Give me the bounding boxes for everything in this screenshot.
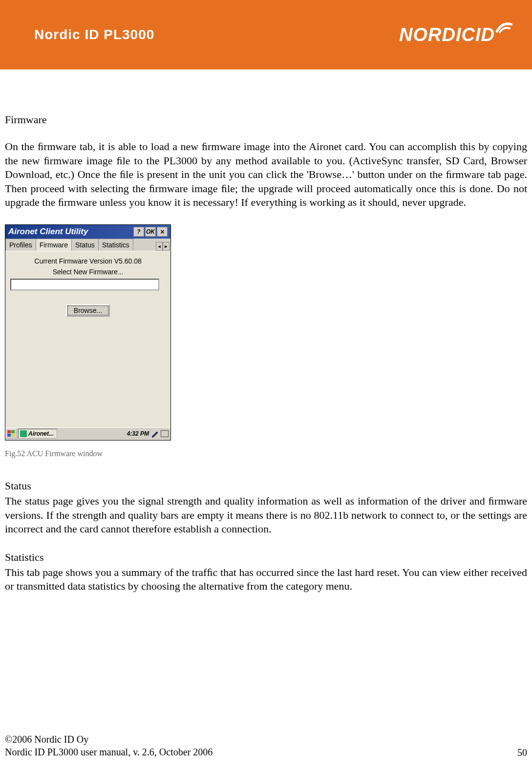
tab-statistics[interactable]: Statistics [98, 239, 133, 251]
ok-button[interactable]: OK [145, 227, 156, 237]
footer-manual: Nordic ID PL3000 user manual, v. 2.6, Oc… [5, 746, 213, 758]
tab-status[interactable]: Status [71, 239, 99, 251]
window-title: Aironet Client Utility [8, 227, 88, 237]
select-firmware-label: Select New Firmware... [10, 268, 166, 276]
start-button[interactable] [5, 428, 17, 439]
browse-button[interactable]: Browse... [66, 304, 110, 317]
brand-logo: NORDICID [399, 24, 512, 45]
acu-window: Aironet Client Utility ? OK × Proﬁles Fi… [5, 224, 171, 441]
statistics-body: This tab page shows you a summary of the… [5, 566, 527, 594]
status-body: The status page gives you the signal str… [5, 494, 527, 536]
status-heading: Status [5, 480, 527, 492]
pen-icon[interactable] [151, 430, 159, 438]
window-titlebar: Aironet Client Utility ? OK × [5, 225, 170, 239]
page-number: 50 [517, 747, 527, 758]
footer-copyright: ©2006 Nordic ID Oy [5, 733, 213, 746]
help-button[interactable]: ? [133, 227, 144, 237]
page-footer: ©2006 Nordic ID Oy Nordic ID PL3000 user… [5, 733, 527, 758]
taskbar: Aironet... 4:32 PM [5, 427, 170, 440]
wifi-icon [20, 430, 27, 437]
firmware-heading: Firmware [5, 113, 527, 126]
firmware-path-input[interactable] [10, 279, 159, 290]
header-bar: Nordic ID PL3000 NORDICID [0, 0, 532, 69]
tabs-row: Proﬁles Firmware Status Statistics ◄ ► [5, 239, 170, 251]
svg-rect-2 [7, 434, 11, 437]
svg-rect-0 [7, 430, 11, 433]
panel-body: Current Firmware Version V5.60.08 Select… [5, 251, 170, 427]
logo-text: NORDICID [399, 24, 495, 45]
system-tray: 4:32 PM [127, 430, 170, 438]
svg-rect-1 [11, 430, 15, 433]
page-content: Firmware On the ﬁrmware tab, it is able … [0, 69, 532, 594]
tab-scroll-left-icon[interactable]: ◄ [156, 242, 163, 251]
header-title: Nordic ID PL3000 [34, 27, 154, 43]
firmware-version-label: Current Firmware Version V5.60.08 [10, 257, 166, 265]
tab-scroll: ◄ ► [156, 242, 170, 251]
figure-caption: Fig.52 ACU Firmware window [5, 449, 527, 458]
windows-flag-icon [7, 430, 15, 437]
logo-swirl-icon [493, 18, 512, 37]
tab-firmware[interactable]: Firmware [36, 239, 72, 251]
statistics-heading: Statistics [5, 551, 527, 564]
desktop-icon[interactable] [161, 430, 169, 437]
taskbar-app-label: Aironet... [28, 430, 54, 437]
tab-scroll-right-icon[interactable]: ► [163, 242, 170, 251]
svg-rect-3 [11, 434, 15, 437]
close-button[interactable]: × [157, 227, 168, 237]
firmware-body: On the ﬁrmware tab, it is able to load a… [5, 140, 527, 210]
clock: 4:32 PM [127, 430, 149, 437]
tab-profiles[interactable]: Proﬁles [5, 239, 36, 251]
taskbar-app[interactable]: Aironet... [18, 429, 57, 439]
